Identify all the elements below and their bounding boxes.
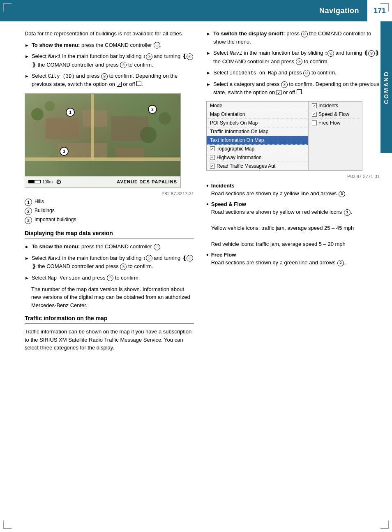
scale-bar <box>28 180 41 183</box>
menu-layout: Mode Map Orientation POI Symbols On Map … <box>207 102 362 170</box>
r-checkbox-off <box>297 89 302 94</box>
controller-icon-3: ☉ <box>187 53 193 60</box>
svg-text:1: 1 <box>69 110 71 115</box>
arrow-icon-2: ► <box>25 53 29 69</box>
s1-text-1: To show the menu: press the COMAND contr… <box>32 243 194 251</box>
menu-label-topo: Topographic Map <box>217 146 305 152</box>
section1-bullet-1: ► To show the menu: press the COMAND con… <box>25 243 194 251</box>
legend-num-2: 2 <box>25 208 32 215</box>
incidents-map-code: Incidents on Map <box>230 70 277 76</box>
r-bullet-1: ► To switch the display on/off: press ☉ … <box>206 30 380 46</box>
page-header: Navigation 171 <box>0 0 392 21</box>
svg-rect-1 <box>83 110 107 127</box>
r-text-4: Select a category and press ☉ to confirm… <box>213 80 380 96</box>
legend-item-3: 3 Important buildings <box>25 217 194 224</box>
arrow-s1-3: ► <box>25 275 29 282</box>
checkbox-speed-flow <box>312 112 317 117</box>
speed-content: Speed & Flow Road sections are shown by … <box>211 200 354 248</box>
legend-label-2: Buildings <box>35 208 55 213</box>
r-bullet-3: ► Select Incidents on Map and press ☉ to… <box>206 69 380 77</box>
speed-circled-num: 1 <box>344 209 350 216</box>
menu-row-read-traffic: Read Traffic Messages Aut <box>207 162 308 170</box>
main-content: Data for the representation of buildings… <box>0 21 392 363</box>
menu-label-speed-flow: Speed & Flow <box>318 111 359 117</box>
r-arrow-2: ► <box>206 50 211 65</box>
side-tab: COMAND <box>380 21 392 153</box>
svg-point-8 <box>45 101 55 111</box>
controller-s1-4: ☉ <box>120 264 127 270</box>
controller-icon-4: ☉ <box>120 62 127 68</box>
r-text-1: To switch the display on/off: press ☉ th… <box>213 30 380 46</box>
checkbox-off <box>136 81 141 86</box>
city3d-code: City (3D) <box>48 74 75 79</box>
menu-row-traffic: Traffic Information On Map <box>207 127 308 136</box>
controller-s1-3: ☉ <box>187 255 193 261</box>
dot-incidents: • <box>206 182 209 198</box>
r-controller-3: ☉ <box>368 50 375 57</box>
free-flow-heading: Free Flow <box>211 252 236 258</box>
free-flow-content: Free Flow Road sections are shown by a g… <box>211 251 346 267</box>
r-label-1: To switch the display on/off: <box>213 30 285 37</box>
menu-label-orientation: Map Orientation <box>210 111 305 117</box>
menu-row-incidents: Incidents <box>309 102 362 110</box>
navi-code-1: Navi <box>48 53 61 60</box>
r-arrow-3: ► <box>206 69 211 77</box>
bullet-text-2: Select Navi in the main function bar by … <box>32 52 194 69</box>
legend-num-1: 1 <box>25 199 32 206</box>
checkbox-topo <box>210 146 215 151</box>
menu-row-topo: Topographic Map <box>207 145 308 153</box>
controller-icon-1: ☉ <box>154 42 160 49</box>
svg-point-7 <box>31 108 44 120</box>
menu-label-text-info: Text Information On Map <box>210 137 305 143</box>
menu-screenshot: Mode Map Orientation POI Symbols On Map … <box>206 101 362 171</box>
r-controller-1: ☉ <box>301 31 308 37</box>
map-svg: 1 2 3 <box>25 94 181 177</box>
s1-text-2: Select Navi in the main function bar by … <box>32 254 194 271</box>
menu-row-highway: Highway Information <box>207 153 308 162</box>
corner-mark-tr <box>380 3 389 12</box>
left-column: Data for the representation of buildings… <box>25 30 202 355</box>
menu-label-read-traffic: Read Traffic Messages Aut <box>217 163 305 169</box>
incidents-content: Incidents Road sections are shown by a y… <box>211 182 347 198</box>
bullet-item-1: ► To show the menu: press the COMAND con… <box>25 41 194 49</box>
r-arrow-1: ► <box>206 30 211 46</box>
checkbox-free-flow <box>312 120 317 125</box>
r-bullet-2: ► Select Navi in the main function bar b… <box>206 49 380 65</box>
svg-point-9 <box>140 127 157 143</box>
checkbox-incidents <box>312 103 317 108</box>
controller-icon-5: ☉ <box>101 73 108 80</box>
legend-label-3: Important buildings <box>35 217 76 222</box>
r-controller-5: ☉ <box>303 70 310 76</box>
free-flow-section: • Free Flow Road sections are shown by a… <box>206 251 380 267</box>
corner-mark-tl <box>3 3 12 12</box>
menu-caption: P82.87-3771-31 <box>206 173 380 180</box>
street-name: AVENUE DES PAPALINS <box>117 179 177 184</box>
svg-text:3: 3 <box>63 149 65 154</box>
map-scale: 100m ⚙ <box>28 178 62 186</box>
incidents-heading: Incidents <box>211 183 235 189</box>
bullet-text-1: To show the menu: press the COMAND contr… <box>32 41 194 49</box>
s1-label-1: To show the menu: <box>32 243 80 250</box>
r-text-3: Select Incidents on Map and press ☉ to c… <box>213 69 380 77</box>
svg-text:2: 2 <box>151 107 154 112</box>
arrow-s1-2: ► <box>25 255 29 271</box>
menu-right-panel: Incidents Speed & Flow Free Flow <box>309 102 362 170</box>
dot-speed: • <box>206 200 209 248</box>
r-bullet-4: ► Select a category and press ☉ to confi… <box>206 80 380 96</box>
arrow-icon-3: ► <box>25 73 29 88</box>
dot-free-flow: • <box>206 251 209 267</box>
controller-icon-2: ☉ <box>146 53 152 60</box>
svg-point-10 <box>159 112 171 125</box>
menu-left-panel: Mode Map Orientation POI Symbols On Map … <box>207 102 309 170</box>
arrow-s1-1: ► <box>25 243 29 251</box>
legend-num-3: 3 <box>25 217 32 224</box>
section2-heading: Traffic information on the map <box>25 315 194 324</box>
legend-label-1: Hills <box>35 199 44 204</box>
r-checkbox-on: ✓ <box>277 90 281 95</box>
header-title: Navigation <box>319 7 367 15</box>
section1-bullet-3: ► Select Map Version and press ☉ to conf… <box>25 274 194 282</box>
navi-code-s1: Navi <box>48 255 61 261</box>
section1-heading: Displaying the map data version <box>25 230 194 238</box>
speed-flow-section: • Speed & Flow Road sections are shown b… <box>206 200 380 248</box>
intro-text: Data for the representation of buildings… <box>25 30 194 38</box>
